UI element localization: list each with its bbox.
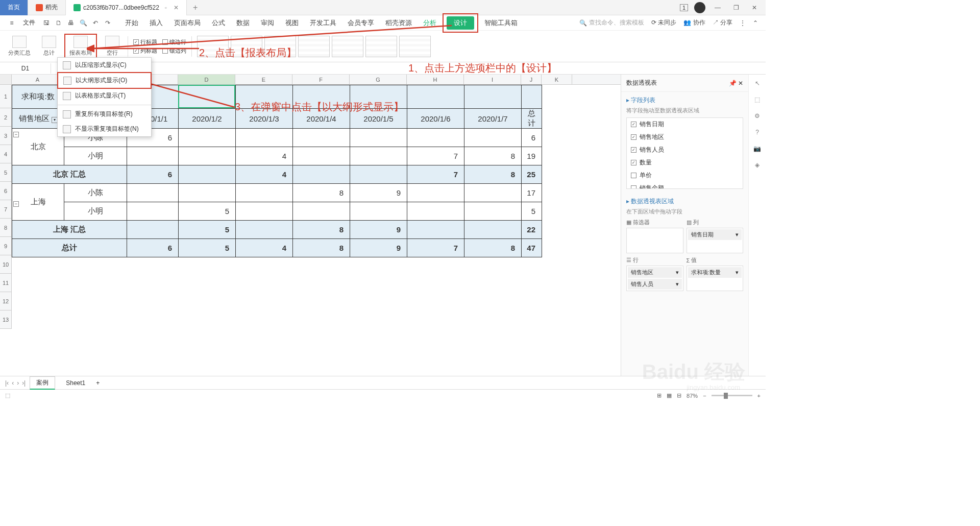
pivot-style-gallery[interactable]	[197, 36, 431, 57]
tab-formula[interactable]: 公式	[211, 16, 226, 30]
row-7[interactable]: 7	[0, 200, 12, 219]
col-F[interactable]: F	[292, 75, 350, 84]
save-icon[interactable]: 🖫	[42, 19, 51, 27]
tab-daoke[interactable]: 稻壳	[28, 0, 66, 15]
row-3[interactable]: 3	[0, 127, 12, 145]
row-6[interactable]: 6	[0, 182, 12, 200]
sync-status[interactable]: ⟳ 未同步	[651, 18, 676, 27]
zoom-in[interactable]: +	[757, 393, 761, 399]
tab-analyze[interactable]: 分析	[422, 16, 437, 30]
sheet-next[interactable]: ›	[17, 379, 19, 387]
tab-start[interactable]: 开始	[124, 16, 139, 30]
tab-data[interactable]: 数据	[235, 16, 251, 30]
tab-menu-icon[interactable]: ▫	[165, 4, 167, 11]
check-band-col[interactable]: 镶边列	[162, 47, 186, 55]
grand-total-label[interactable]: 总计	[12, 239, 127, 257]
tab-smart[interactable]: 智能工具箱	[483, 16, 519, 30]
dd-compact[interactable]: 以压缩形式显示(C)	[58, 58, 151, 73]
sheet-last[interactable]: ›|	[22, 379, 26, 387]
row-11[interactable]: 11	[0, 274, 12, 292]
style-3[interactable]	[264, 36, 296, 57]
pin-icon[interactable]: 📌	[729, 80, 737, 87]
field-list[interactable]: ✓销售日期✓销售地区✓销售人员✓数量单价销售金额	[626, 117, 743, 189]
row-chip-person[interactable]: 销售人员▾	[628, 279, 682, 290]
dd-repeat[interactable]: 重复所有项目标签(R)	[58, 107, 151, 122]
row-12[interactable]: 12	[0, 292, 12, 310]
col-K[interactable]: K	[542, 75, 572, 84]
pivot-row[interactable]: 北京 汇总647825	[12, 165, 542, 184]
row-2[interactable]: 2	[0, 108, 12, 127]
row-area[interactable]: 销售地区▾销售人员▾	[626, 266, 683, 291]
avatar[interactable]	[694, 2, 705, 13]
cell-region-label[interactable]: 销售地区▾	[12, 109, 64, 129]
column-area[interactable]: 销售日期▾	[687, 228, 744, 253]
pivot-row[interactable]: 上海小陈8917	[12, 184, 542, 202]
tab-file[interactable]: c2053f6b707...0dbee9cf522▫✕	[66, 0, 187, 15]
collapse-shanghai[interactable]: −	[13, 201, 19, 207]
region-filter-dropdown[interactable]: ▾	[52, 117, 58, 123]
tab-devtools[interactable]: 开发工具	[309, 16, 337, 30]
style-2[interactable]	[231, 36, 262, 57]
zoom-out[interactable]: −	[703, 393, 706, 399]
close-window-icon[interactable]: ✕	[748, 2, 761, 14]
collab-button[interactable]: 👥 协作	[683, 18, 705, 27]
collapse-ribbon-icon[interactable]: ⌃	[753, 19, 758, 27]
row-chip-region[interactable]: 销售地区▾	[628, 267, 682, 278]
help-icon[interactable]: ?	[755, 129, 759, 136]
grandtotal-button[interactable]: 总计	[39, 36, 59, 57]
row-9[interactable]: 9	[0, 237, 12, 255]
col-H[interactable]: H	[407, 75, 464, 84]
zoom-slider[interactable]	[712, 395, 752, 396]
tab-add-button[interactable]: +	[187, 3, 204, 12]
zoom-level[interactable]: 87%	[687, 393, 698, 399]
more-side-icon[interactable]: ◈	[755, 161, 760, 169]
tab-resource[interactable]: 稻壳资源	[384, 16, 413, 30]
more-icon[interactable]: ⋮	[740, 19, 746, 27]
check-row-header[interactable]: ✓行标题	[133, 38, 157, 46]
filter-area[interactable]	[626, 228, 683, 253]
select-icon[interactable]: ⬚	[754, 96, 760, 103]
style-6[interactable]	[365, 36, 397, 57]
status-mode-icon[interactable]: ⬚	[5, 392, 10, 399]
col-E[interactable]: E	[235, 75, 292, 84]
panel-close-icon[interactable]: ✕	[738, 80, 743, 87]
close-icon[interactable]: ✕	[174, 4, 179, 11]
val-chip-qty[interactable]: 求和项:数量▾	[688, 267, 742, 278]
field-销售金额[interactable]: 销售金额	[627, 182, 743, 189]
field-数量[interactable]: ✓数量	[627, 156, 743, 169]
report-layout-button[interactable]: 报表布局	[64, 34, 97, 59]
dd-outline[interactable]: 以大纲形式显示(O)	[57, 72, 152, 89]
field-单价[interactable]: 单价	[627, 169, 743, 182]
command-search[interactable]: 🔍查找命令、搜索模板	[579, 18, 644, 27]
tab-review[interactable]: 审阅	[260, 16, 275, 30]
cursor-icon[interactable]: ↖	[755, 80, 760, 87]
row-10[interactable]: 10	[0, 255, 12, 274]
row-1[interactable]: 1	[0, 85, 12, 108]
pivot-row[interactable]: 小明47819	[12, 147, 542, 165]
save-as-icon[interactable]: 🗋	[55, 19, 63, 27]
minimize-icon[interactable]: —	[712, 2, 724, 14]
view-icon-3[interactable]: ⊟	[677, 392, 681, 399]
col-G[interactable]: G	[350, 75, 407, 84]
style-5[interactable]	[332, 36, 363, 57]
preview-icon[interactable]: 🔍	[79, 19, 87, 27]
settings-icon[interactable]: ⚙	[754, 112, 760, 119]
share-button[interactable]: ↗ 分享	[713, 18, 732, 27]
camera-icon[interactable]: 📷	[753, 145, 761, 152]
print-icon[interactable]: 🖶	[67, 19, 75, 27]
style-4[interactable]	[298, 36, 330, 57]
col-chip-date[interactable]: 销售日期▾	[688, 229, 742, 240]
dd-norepeat[interactable]: 不显示重复项目标签(N)	[58, 122, 151, 136]
pivot-row[interactable]: 小明55	[12, 202, 542, 221]
sheet-first[interactable]: |‹	[5, 379, 9, 387]
pivot-row[interactable]: 上海 汇总58922	[12, 221, 542, 239]
row-5[interactable]: 5	[0, 163, 12, 182]
style-7[interactable]	[399, 36, 431, 57]
col-J[interactable]: J	[521, 75, 542, 84]
tab-member[interactable]: 会员专享	[347, 16, 375, 30]
field-销售人员[interactable]: ✓销售人员	[627, 144, 743, 156]
tab-home[interactable]: 首页	[0, 0, 28, 15]
row-8[interactable]: 8	[0, 219, 12, 237]
sheet-tab-1[interactable]: Sheet1	[59, 377, 92, 389]
cell-total-col[interactable]: 总计	[522, 109, 542, 129]
